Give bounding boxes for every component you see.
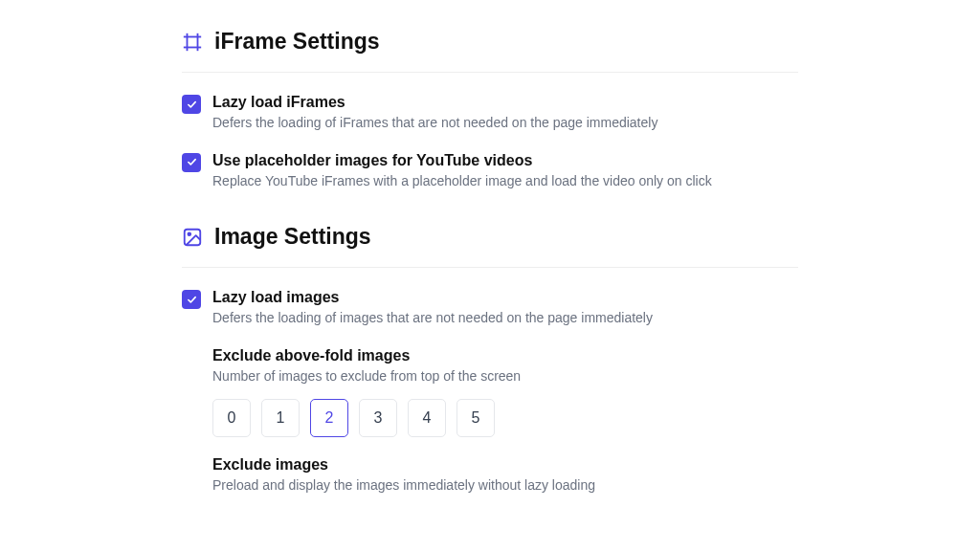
exclude-above-fold-desc: Number of images to exclude from top of … [212, 367, 798, 386]
svg-point-5 [188, 232, 190, 235]
youtube-placeholder-checkbox[interactable] [182, 153, 201, 172]
exclude-option-4[interactable]: 4 [408, 399, 446, 437]
exclude-above-fold-setting: Exclude above-fold images Number of imag… [212, 347, 798, 438]
exclude-option-0[interactable]: 0 [212, 399, 251, 437]
lazy-load-iframes-row: Lazy load iFrames Defers the loading of … [182, 94, 798, 133]
image-section-title: Image Settings [214, 224, 371, 250]
exclude-images-label: Exclude images [212, 456, 798, 474]
lazy-load-images-label: Lazy load images [212, 289, 798, 306]
exclude-option-2[interactable]: 2 [310, 399, 348, 437]
image-section-header: Image Settings [182, 224, 798, 268]
iframe-section-title: iFrame Settings [214, 29, 380, 55]
exclude-above-fold-label: Exclude above-fold images [212, 347, 798, 364]
exclude-images-setting: Exclude images Preload and display the i… [212, 456, 798, 496]
youtube-placeholder-desc: Replace YouTube iFrames with a placehold… [212, 172, 798, 191]
frame-icon [182, 32, 203, 53]
youtube-placeholder-label: Use placeholder images for YouTube video… [212, 152, 798, 169]
lazy-load-images-checkbox[interactable] [182, 290, 201, 309]
lazy-load-iframes-label: Lazy load iFrames [212, 94, 798, 111]
exclude-option-3[interactable]: 3 [359, 399, 397, 437]
lazy-load-iframes-desc: Defers the loading of iFrames that are n… [212, 114, 798, 133]
exclude-option-1[interactable]: 1 [261, 399, 300, 437]
lazy-load-iframes-checkbox[interactable] [182, 95, 201, 114]
setting-content: Lazy load iFrames Defers the loading of … [212, 94, 798, 133]
lazy-load-images-desc: Defers the loading of images that are no… [212, 309, 798, 328]
image-icon [182, 227, 203, 248]
lazy-load-images-row: Lazy load images Defers the loading of i… [182, 289, 798, 328]
iframe-section-header: iFrame Settings [182, 29, 798, 73]
check-icon [186, 294, 198, 306]
exclude-option-5[interactable]: 5 [457, 399, 495, 437]
setting-content: Lazy load images Defers the loading of i… [212, 289, 798, 328]
setting-content: Use placeholder images for YouTube video… [212, 152, 798, 191]
check-icon [186, 99, 198, 111]
exclude-images-desc: Preload and display the images immediate… [212, 476, 798, 496]
exclude-count-radio-group: 0 1 2 3 4 5 [212, 399, 798, 437]
check-icon [186, 156, 198, 168]
youtube-placeholder-row: Use placeholder images for YouTube video… [182, 152, 798, 191]
